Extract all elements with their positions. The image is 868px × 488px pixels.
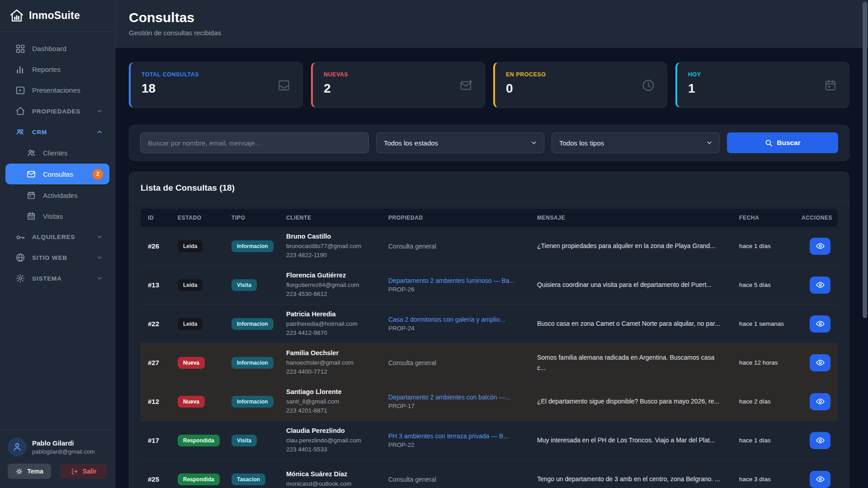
sidebar-item-label: CRM: [32, 129, 96, 136]
sidebar-item-visitas[interactable]: Visitas: [5, 206, 109, 226]
estado-select-value: Todos los estados: [384, 139, 438, 147]
stat-label: HOY: [688, 71, 838, 78]
consulta-id: #27: [141, 359, 178, 366]
page-subtitle: Gestión de consultas recibidas: [129, 29, 854, 37]
cliente-telefono: 223 4822-1190: [286, 251, 388, 260]
cliente-email: santi_ll@gmail.com: [286, 397, 388, 406]
cliente-email: hanoechsler@gmail.com: [286, 358, 388, 367]
theme-button[interactable]: Tema: [8, 464, 51, 479]
sidebar-item-crm[interactable]: CRM: [5, 122, 109, 142]
user-email: pablogilardi@gmail.com: [32, 448, 95, 455]
sidebar-item-label: SITIO WEB: [32, 254, 96, 261]
fecha-cell: hace 2 días: [739, 398, 802, 405]
chevron-up-icon: [96, 128, 103, 136]
estado-select[interactable]: Todos los estados: [376, 132, 544, 153]
fecha-cell: hace 1 días: [739, 243, 802, 249]
sidebar-item-clientes[interactable]: Clientes: [5, 143, 109, 163]
mail-icon: [26, 169, 36, 179]
cliente-nombre: Patricia Heredia: [286, 310, 388, 318]
propiedad-codigo: PROP-17: [388, 403, 537, 409]
cliente-email: patriheredia@hotmail.com: [286, 319, 388, 328]
mensaje-cell: Quisiera coordinar una visita para el de…: [537, 280, 739, 290]
sidebar: InmoSuite DashboardReportesPresentacione…: [0, 0, 115, 488]
column-header-acciones: ACCIONES: [802, 215, 838, 221]
cliente-cell: Santiago Llorentesanti_ll@gmail.com223 4…: [286, 388, 388, 415]
search-button-label: Buscar: [777, 139, 801, 147]
view-consulta-button[interactable]: [810, 471, 830, 488]
scrollbar-thumb[interactable]: [863, 2, 867, 318]
acciones-cell: [802, 393, 838, 410]
fecha-cell: hace 12 horas: [739, 359, 802, 366]
propiedad-cell: Consulta general: [388, 476, 537, 483]
brand: InmoSuite: [0, 0, 115, 32]
divider: [129, 201, 849, 202]
table-row-13: #13LeidaVisitaFlorencia Gutiérrezflorgut…: [141, 266, 838, 305]
consulta-id: #25: [141, 475, 178, 483]
sidebar-item-label: Dashboard: [32, 45, 103, 53]
globe-icon: [15, 253, 25, 263]
user-panel: Pablo Gilardi pablogilardi@gmail.com Tem…: [0, 430, 115, 488]
sidebar-item-sitio-web[interactable]: SITIO WEB: [5, 248, 109, 267]
sidebar-item-alquileres[interactable]: ALQUILERES: [5, 227, 109, 247]
presentation-icon: [15, 85, 25, 95]
propiedad-link[interactable]: Departamento 2 ambientes con balcón —...: [388, 394, 524, 401]
sidebar-item-label: Visitas: [43, 212, 103, 220]
cliente-telefono: 223 4530-6612: [286, 290, 388, 299]
sidebar-item-reportes[interactable]: Reportes: [5, 60, 109, 80]
page-scrollbar[interactable]: [862, 0, 868, 488]
propiedad-link[interactable]: PH 3 ambientes con terraza privada — B..…: [388, 432, 524, 440]
propiedad-cell: Consulta general: [388, 359, 537, 366]
sidebar-item-consultas[interactable]: Consultas2: [5, 164, 109, 184]
dashboard-icon: [15, 44, 25, 54]
cliente-nombre: Familia Oechsler: [286, 349, 388, 357]
propiedad-link[interactable]: Casa 2 dormitorios con galería y amplio.…: [388, 316, 524, 323]
view-consulta-button[interactable]: [810, 354, 830, 371]
acciones-cell: [802, 277, 838, 294]
consultas-table-card: Lista de Consultas (18) IDESTADOTIPOCLIE…: [129, 172, 849, 488]
view-consulta-button[interactable]: [810, 315, 830, 333]
table-row-25: #25RespondidaTasacionMónica Suárez Díazm…: [141, 460, 838, 488]
consulta-id: #12: [141, 398, 178, 405]
propiedad-link[interactable]: Departamento 2 ambientes luminoso — Ba..…: [388, 277, 524, 284]
estado-badge: Nueva: [178, 357, 205, 369]
view-consulta-button[interactable]: [810, 432, 830, 449]
sidebar-item-sistema[interactable]: SISTEMA: [5, 268, 109, 288]
filter-bar: Todos los estados Todos los tipos Buscar: [129, 125, 849, 161]
propiedad-cell: Casa 2 dormitorios con galería y amplio.…: [388, 316, 537, 332]
sidebar-item-label: Clientes: [43, 149, 103, 157]
view-consulta-button[interactable]: [810, 238, 830, 255]
view-consulta-button[interactable]: [810, 277, 830, 294]
mensaje-cell: Muy interesada en el PH de Los Troncos. …: [537, 435, 739, 445]
mensaje-cell: Somos familia alemana radicada en Argent…: [537, 352, 739, 373]
estado-badge: Nueva: [178, 396, 205, 408]
stat-card-nuevas: NUEVAS2: [311, 62, 485, 108]
sidebar-item-propiedades[interactable]: PROPIEDADES: [5, 101, 109, 121]
search-button[interactable]: Buscar: [727, 132, 838, 153]
calendar-grid-icon: [26, 211, 36, 221]
consulta-id: #22: [141, 320, 178, 328]
table-title: Lista de Consultas (18): [129, 172, 849, 201]
logout-button[interactable]: Salir: [60, 464, 107, 479]
estado-badge: Leida: [178, 279, 203, 291]
user-name: Pablo Gilardi: [32, 439, 95, 447]
search-icon: [764, 139, 773, 147]
sidebar-item-dashboard[interactable]: Dashboard: [5, 39, 109, 59]
view-consulta-button[interactable]: [810, 393, 830, 410]
propiedad-cell: Departamento 2 ambientes luminoso — Ba..…: [388, 277, 537, 293]
stat-label: EN PROCESO: [506, 71, 656, 78]
sidebar-item-actividades[interactable]: Actividades: [5, 185, 109, 205]
consulta-id: #17: [141, 436, 178, 444]
brand-name: InmoSuite: [29, 9, 80, 22]
cliente-cell: Bruno Castillobrunocastillo77@gmail.com2…: [286, 233, 388, 259]
stat-value: 2: [324, 81, 474, 96]
tipo-select[interactable]: Todos los tipos: [552, 132, 720, 153]
sidebar-item-presentaciones[interactable]: Presentaciones: [5, 80, 109, 100]
search-input[interactable]: [140, 132, 369, 153]
cliente-nombre: Bruno Castillo: [286, 233, 388, 240]
chevron-down-icon: [530, 139, 538, 146]
tipo-badge: Visita: [231, 279, 257, 291]
clock-icon: [642, 79, 655, 92]
chevron-down-icon: [96, 108, 103, 115]
stat-card-en-proceso: EN PROCESO0: [493, 62, 667, 108]
column-header-estado: ESTADO: [178, 215, 231, 221]
